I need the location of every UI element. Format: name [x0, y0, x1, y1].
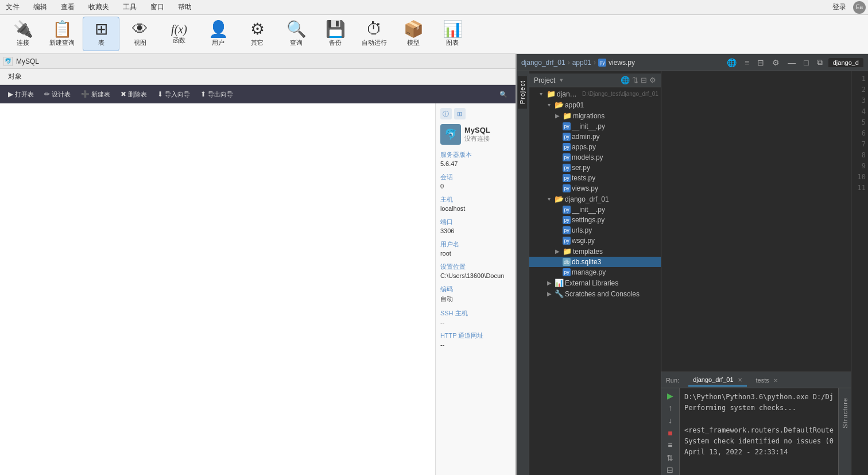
toolbar-connect[interactable]: 🔌 连接	[5, 17, 41, 51]
toolbar-user[interactable]: 👤 用户	[200, 17, 237, 51]
menu-item-tools[interactable]: 工具	[119, 1, 140, 13]
avatar[interactable]: Ea	[853, 1, 866, 14]
tree-root[interactable]: ▾ 📁 django_drf_01 D:\Django_test\django_…	[529, 88, 661, 99]
tree-sort-icon[interactable]: ⇅	[632, 76, 638, 84]
tree-urls-py[interactable]: py urls.py	[529, 225, 661, 235]
tree-gear-icon[interactable]: ⚙	[649, 76, 656, 84]
import-wizard-button[interactable]: ⬇ 导入向导	[153, 88, 195, 101]
run-sort-button[interactable]: ⇅	[664, 453, 676, 463]
toolbar-auto-run[interactable]: ⏱ 自动运行	[356, 17, 393, 51]
tree-ser-py[interactable]: py ser.py	[529, 163, 661, 173]
db-file-icon: db	[563, 258, 571, 266]
tree-init-py-drf01[interactable]: py __init__.py	[529, 204, 661, 215]
tree-manage-py[interactable]: py manage.py	[529, 267, 661, 277]
run-clear-button[interactable]: ⊟	[664, 465, 676, 475]
tree-admin-label: admin.py	[572, 133, 600, 141]
menu-item-file[interactable]: 文件	[2, 1, 23, 13]
search-button[interactable]: 🔍	[495, 89, 512, 100]
tree-migrations-folder[interactable]: ▶ 📁 migrations	[529, 110, 661, 121]
run-stop-button[interactable]: ■	[664, 428, 676, 438]
breadcrumb-project[interactable]: django_drf_01	[521, 59, 565, 67]
settings-location-label: 设置位置	[440, 262, 511, 271]
export-wizard-button[interactable]: ⬆ 导出向导	[196, 88, 238, 101]
format-icon[interactable]: ≡	[742, 57, 751, 68]
run-tab-tests-close[interactable]: ✕	[773, 377, 778, 384]
new-table-button[interactable]: ➕ 新建表	[76, 88, 115, 101]
templates-folder-icon: 📁	[563, 247, 572, 256]
globe-icon[interactable]: 🌐	[724, 57, 739, 68]
tree-db-sqlite3[interactable]: db db.sqlite3	[529, 257, 661, 267]
tree-scratches[interactable]: ▶ 🔧 Scratches and Consoles	[529, 288, 661, 299]
menu-item-window[interactable]: 窗口	[147, 1, 168, 13]
info-icon-btn-i[interactable]: ⓘ	[440, 108, 452, 119]
toolbar-model[interactable]: 📦 模型	[395, 17, 432, 51]
run-tab-django-close[interactable]: ✕	[738, 377, 742, 383]
new-query-icon: 📋	[52, 21, 72, 37]
menu-bar: 文件 编辑 查看 收藏夹 工具 窗口 帮助 登录 Ea	[0, 0, 868, 15]
ide-active-tab[interactable]: django_d	[828, 58, 863, 67]
info-icon-btn-grid[interactable]: ⊞	[454, 108, 466, 119]
code-editor[interactable]	[661, 71, 851, 372]
menu-item-edit[interactable]: 编辑	[30, 1, 51, 13]
toolbar-function-label: 函数	[173, 36, 185, 45]
split-icon[interactable]: ⊟	[755, 57, 766, 68]
menu-item-favorites[interactable]: 收藏夹	[85, 1, 113, 13]
toolbar-backup[interactable]: 💾 备份	[317, 17, 354, 51]
open-table-button[interactable]: ▶ 打开表	[3, 88, 38, 101]
tree-views-py[interactable]: py views.py	[529, 183, 661, 194]
root-arrow: ▾	[537, 91, 545, 97]
toolbar-table[interactable]: ⊞ 表	[83, 17, 119, 51]
session-label: 会话	[440, 173, 511, 181]
menu-item-help[interactable]: 帮助	[175, 1, 195, 13]
breadcrumb-file[interactable]: views.py	[609, 59, 635, 67]
run-tab-tests[interactable]: tests ✕	[751, 374, 782, 386]
tree-django-drf01-folder[interactable]: ▾ 📂 django_drf_01	[529, 194, 661, 204]
run-wrap-button[interactable]: ≡	[664, 440, 676, 450]
tree-tests-py[interactable]: py tests.py	[529, 173, 661, 183]
templates-arrow: ▶	[553, 248, 561, 254]
login-button[interactable]: 登录	[829, 1, 850, 13]
delete-table-button[interactable]: ✖ 删除表	[116, 88, 152, 101]
toolbar-chart[interactable]: 📊 图表	[434, 17, 471, 51]
tree-settings-py[interactable]: py settings.py	[529, 215, 661, 225]
run-line-6: April 13, 2022 - 22:33:14	[684, 447, 834, 458]
tree-wsgi-py[interactable]: py wsgi.py	[529, 235, 661, 246]
run-rerun-button[interactable]: ▶	[664, 391, 676, 401]
minimize-icon[interactable]: —	[785, 57, 798, 68]
project-sidebar-label[interactable]: Project	[518, 76, 527, 109]
tree-templates-folder[interactable]: ▶ 📁 templates	[529, 246, 661, 257]
run-tab-django[interactable]: django_drf_01 ✕	[688, 374, 746, 387]
migrations-folder-icon: 📁	[563, 111, 572, 120]
py-file-icon-ser: py	[563, 164, 571, 172]
toolbar-view[interactable]: 👁 视图	[122, 17, 158, 51]
run-scroll-down-button[interactable]: ↓	[664, 415, 676, 426]
tree-expand-icon[interactable]: ⊟	[641, 76, 647, 84]
settings-gear-icon[interactable]: ⚙	[770, 57, 782, 68]
toolbar-other[interactable]: ⚙ 其它	[239, 17, 276, 51]
tree-globe-icon[interactable]: 🌐	[621, 76, 630, 84]
tree-admin-py[interactable]: py admin.py	[529, 132, 661, 142]
structure-label[interactable]: Structure	[840, 393, 850, 433]
line-1: 1	[851, 74, 866, 84]
py-file-icon-models: py	[563, 153, 571, 161]
tree-init-py-app01[interactable]: py __init__.py	[529, 121, 661, 132]
tree-drf01-label: django_drf_01	[565, 195, 609, 203]
toolbar-function[interactable]: f(x) 函数	[161, 17, 197, 51]
table-actions-bar: ▶ 打开表 ✏ 设计表 ➕ 新建表 ✖ 删除表 ⬇ 导入向导 ⬆ 导出向导	[0, 85, 516, 103]
tree-apps-py[interactable]: py apps.py	[529, 142, 661, 152]
toolbar-new-query[interactable]: 📋 新建查询	[44, 17, 80, 51]
run-scroll-up-button[interactable]: ↑	[664, 403, 676, 414]
root-path: D:\Django_test\django_drf_01	[582, 91, 658, 97]
tree-models-py[interactable]: py models.py	[529, 152, 661, 163]
tree-external-libs[interactable]: ▶ 📊 External Libraries	[529, 277, 661, 288]
tree-app01-folder[interactable]: ▾ 📂 app01	[529, 99, 661, 110]
toolbar-query[interactable]: 🔍 查询	[278, 17, 315, 51]
design-table-button[interactable]: ✏ 设计表	[40, 88, 75, 101]
breadcrumb-app[interactable]: app01	[572, 59, 591, 67]
line-11: 11	[851, 183, 866, 194]
menu-item-view[interactable]: 查看	[57, 1, 78, 13]
maximize-icon[interactable]: □	[801, 57, 811, 68]
project-dropdown-icon[interactable]: ▾	[560, 76, 563, 84]
py-file-icon-admin: py	[563, 133, 571, 141]
restore-icon[interactable]: ⧉	[815, 56, 825, 68]
